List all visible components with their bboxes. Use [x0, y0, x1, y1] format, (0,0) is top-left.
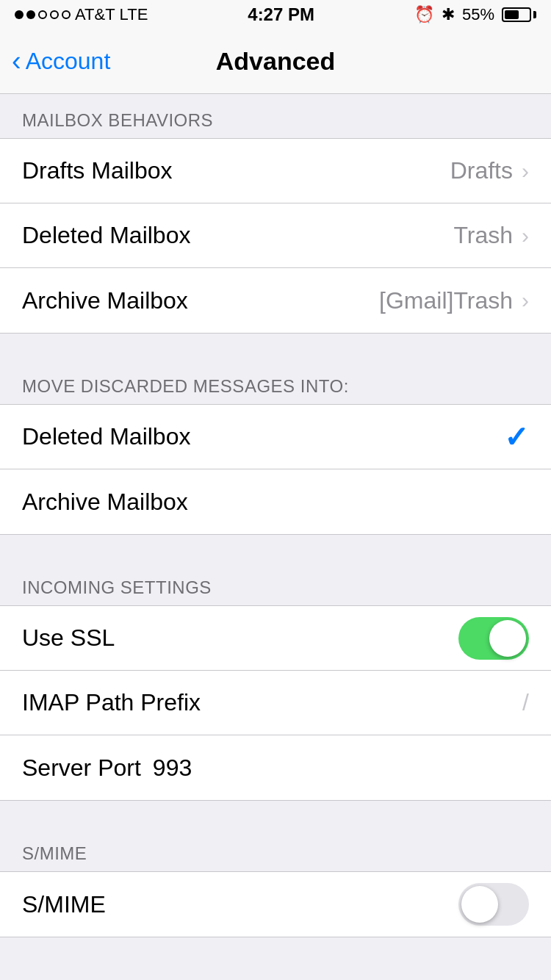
row-label-group-server-port: Server Port 993: [22, 754, 192, 782]
signal-dot-3: [38, 10, 47, 19]
signal-dot-5: [62, 10, 71, 19]
checkmark-icon-deleted-mailbox-choice: ✓: [504, 420, 529, 454]
row-label-imap-path-prefix: IMAP Path Prefix: [22, 689, 201, 716]
bluetooth-icon: ✱: [442, 5, 455, 24]
row-label-deleted-mailbox: Deleted Mailbox: [22, 222, 190, 249]
table-row-imap-path-prefix[interactable]: IMAP Path Prefix /: [0, 671, 551, 735]
back-chevron-icon: ‹: [12, 47, 21, 75]
chevron-right-icon-archive-mailbox: ›: [522, 288, 529, 313]
table-group-mailbox-behaviors: Drafts Mailbox Drafts › Deleted Mailbox …: [0, 138, 551, 334]
row-label-deleted-mailbox-choice: Deleted Mailbox: [22, 423, 190, 450]
chevron-right-icon-deleted-mailbox: ›: [522, 223, 529, 248]
separator-mailbox-behaviors: [0, 334, 551, 360]
separator-smime: [0, 937, 551, 964]
section-header-move-discarded: MOVE DISCARDED MESSAGES INTO:: [0, 360, 551, 404]
row-value-deleted-mailbox: Trash ›: [453, 222, 529, 249]
row-value-archive-mailbox: [Gmail]Trash ›: [379, 287, 529, 314]
row-label-archive-mailbox: Archive Mailbox: [22, 287, 188, 314]
row-value-drafts-mailbox: Drafts ›: [450, 157, 529, 184]
signal-dot-2: [26, 10, 35, 19]
status-left: AT&T LTE: [15, 5, 148, 24]
section-header-incoming-settings: INCOMING SETTINGS: [0, 561, 551, 605]
toggle-knob-use-ssl: [489, 620, 526, 657]
carrier-label: AT&T: [75, 5, 115, 24]
section-header-mailbox-behaviors: MAILBOX BEHAVIORS: [0, 94, 551, 138]
row-label-server-port: Server Port: [22, 754, 141, 782]
row-label-drafts-mailbox: Drafts Mailbox: [22, 157, 173, 184]
status-right: ⏰ ✱ 55%: [414, 5, 536, 24]
separator-move-discarded: [0, 535, 551, 561]
row-value-text-drafts-mailbox: Drafts: [450, 157, 513, 184]
table-row-archive-mailbox[interactable]: Archive Mailbox [Gmail]Trash ›: [0, 268, 551, 333]
row-label-smime-row: S/MIME: [22, 891, 106, 918]
table-row-use-ssl: Use SSL: [0, 606, 551, 671]
table-row-drafts-mailbox[interactable]: Drafts Mailbox Drafts ›: [0, 139, 551, 203]
section-header-smime: S/MIME: [0, 827, 551, 871]
port-value-server-port: 993: [153, 754, 192, 782]
row-value-text-deleted-mailbox: Trash: [453, 222, 513, 249]
sections-container: MAILBOX BEHAVIORS Drafts Mailbox Drafts …: [0, 94, 551, 964]
table-group-smime: S/MIME: [0, 871, 551, 937]
row-label-use-ssl: Use SSL: [22, 624, 115, 652]
signal-dot-4: [50, 10, 59, 19]
back-button[interactable]: ‹ Account: [12, 48, 110, 75]
network-type: LTE: [120, 5, 148, 24]
table-group-incoming-settings: Use SSL IMAP Path Prefix / Server Port 9…: [0, 605, 551, 801]
chevron-right-icon-drafts-mailbox: ›: [522, 159, 529, 184]
toggle-use-ssl[interactable]: [458, 617, 529, 660]
row-value-text-archive-mailbox: [Gmail]Trash: [379, 287, 513, 314]
row-label-archive-mailbox-choice: Archive Mailbox: [22, 489, 188, 516]
toggle-smime-row[interactable]: [458, 883, 529, 926]
back-label: Account: [26, 48, 111, 75]
alarm-icon: ⏰: [414, 5, 434, 24]
row-value-input-imap-path-prefix: /: [522, 689, 529, 716]
table-row-deleted-mailbox[interactable]: Deleted Mailbox Trash ›: [0, 203, 551, 268]
signal-dot-1: [15, 10, 24, 19]
signal-dots: [15, 10, 71, 19]
battery-icon: [502, 7, 536, 22]
battery-percent: 55%: [462, 5, 494, 24]
status-bar: AT&T LTE 4:27 PM ⏰ ✱ 55%: [0, 0, 551, 29]
toggle-knob-smime-row: [461, 886, 498, 923]
separator-incoming-settings: [0, 801, 551, 827]
page-title: Advanced: [216, 47, 336, 76]
table-group-move-discarded: Deleted Mailbox ✓ Archive Mailbox: [0, 404, 551, 535]
table-row-smime-row: S/MIME: [0, 872, 551, 937]
input-value-imap-path-prefix: /: [522, 689, 529, 716]
table-row-server-port[interactable]: Server Port 993: [0, 735, 551, 800]
table-row-deleted-mailbox-choice[interactable]: Deleted Mailbox ✓: [0, 405, 551, 469]
nav-bar: ‹ Account Advanced: [0, 29, 551, 94]
status-time: 4:27 PM: [248, 4, 314, 25]
table-row-archive-mailbox-choice[interactable]: Archive Mailbox: [0, 469, 551, 534]
